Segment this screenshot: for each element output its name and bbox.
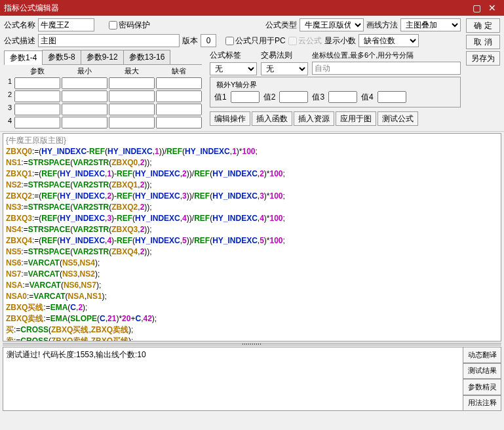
- formulatag-label: 公式标签: [210, 50, 257, 61]
- param-input[interactable]: [109, 117, 155, 128]
- v3-label: 值3: [312, 92, 324, 103]
- extray-label: 额外Y轴分界: [214, 80, 259, 90]
- status-area: 测试通过! 代码长度:1553,输出线个数:10: [3, 347, 463, 411]
- param-input[interactable]: [14, 117, 60, 128]
- param-hd-max: 最大: [109, 66, 155, 76]
- param-panel: 参数1-4 参数5-8 参数9-12 参数13-16 参数最小最大缺省 1 2 …: [4, 50, 202, 128]
- drawmethod-label: 画线方法: [366, 20, 398, 31]
- test-button[interactable]: 测试公式: [378, 111, 418, 126]
- param-input[interactable]: [109, 77, 155, 89]
- v4-label: 值4: [361, 92, 374, 103]
- usage-button[interactable]: 用法注释: [463, 395, 501, 412]
- ok-button[interactable]: 确 定: [466, 18, 500, 33]
- v1-label: 值1: [214, 92, 227, 103]
- param-input[interactable]: [156, 77, 202, 89]
- tab-params-9-12[interactable]: 参数9-12: [81, 50, 124, 64]
- param-input[interactable]: [62, 104, 107, 115]
- paramwiz-button[interactable]: 参数精灵: [463, 379, 501, 395]
- version-label: 版本: [182, 35, 198, 47]
- param-input[interactable]: [156, 104, 202, 115]
- testres-button[interactable]: 测试结果: [463, 363, 501, 380]
- v2-label: 值2: [263, 92, 276, 103]
- dyntrans-button[interactable]: 动态翻译: [463, 347, 501, 363]
- desc-label: 公式描述: [4, 35, 35, 47]
- insfunc-button[interactable]: 插入函数: [252, 111, 292, 126]
- param-input[interactable]: [62, 117, 107, 128]
- cloud-label: 云公式: [298, 35, 322, 47]
- apply-button[interactable]: 应用于图: [336, 111, 376, 126]
- type-label: 公式类型: [265, 20, 297, 31]
- cancel-button[interactable]: 取 消: [466, 35, 500, 49]
- param-input[interactable]: [109, 90, 155, 102]
- titlebar: 指标公式编辑器 ▢ ✕: [0, 0, 504, 16]
- param-input[interactable]: [62, 77, 107, 89]
- param-input[interactable]: [62, 90, 107, 102]
- v4-input[interactable]: [378, 91, 406, 103]
- tab-params-5-8[interactable]: 参数5-8: [42, 50, 81, 64]
- pwd-label: 密码保护: [119, 20, 150, 31]
- cloud-checkbox: [288, 37, 297, 45]
- param-hd-name: 参数: [14, 66, 60, 76]
- tradelaw-label: 交易法则: [261, 50, 308, 61]
- splitter[interactable]: [3, 343, 501, 345]
- desc-input[interactable]: [38, 34, 180, 47]
- showdec-label: 显示小数: [324, 35, 356, 47]
- param-hd-def: 缺省: [156, 66, 202, 76]
- param-input[interactable]: [14, 77, 60, 89]
- drawmethod-select[interactable]: 主图叠加: [400, 18, 461, 31]
- pwd-checkbox[interactable]: [109, 21, 117, 29]
- param-input[interactable]: [109, 104, 155, 115]
- type-select[interactable]: 牛魔王原版优化: [300, 18, 364, 31]
- coord-hint: 坐标线位置,最多6个,用分号分隔: [312, 50, 461, 60]
- tab-params-13-16[interactable]: 参数13-16: [123, 50, 171, 64]
- tab-params-1-4[interactable]: 参数1-4: [4, 50, 43, 65]
- tag-select[interactable]: 无: [210, 62, 257, 75]
- name-input[interactable]: [38, 18, 94, 31]
- saveas-button[interactable]: 另存为: [466, 51, 500, 66]
- param-hd-min: 最小: [62, 66, 107, 76]
- close-icon[interactable]: ✕: [484, 3, 500, 13]
- top-panel: 公式名称 密码保护 公式类型 牛魔王原版优化 画线方法 主图叠加 公式描述 版本…: [0, 16, 504, 132]
- param-input[interactable]: [156, 90, 202, 102]
- extra-y-fieldset: 额外Y轴分界 值1 值2 值3 值4: [210, 77, 461, 108]
- param-tabs: 参数1-4 参数5-8 参数9-12 参数13-16: [4, 50, 202, 65]
- code-editor[interactable]: {牛魔王原版主图} ZBXQ0:=(HY_INDEXC-REF(HY_INDEX…: [3, 133, 501, 342]
- v1-input[interactable]: [231, 91, 260, 103]
- param-input[interactable]: [14, 90, 60, 102]
- v3-input[interactable]: [328, 91, 357, 103]
- defpos-select[interactable]: 缺省位数: [359, 34, 419, 47]
- param-input[interactable]: [156, 117, 202, 128]
- editop-button[interactable]: 编辑操作: [210, 111, 250, 126]
- name-label: 公式名称: [4, 20, 35, 31]
- coord-input[interactable]: [312, 62, 461, 75]
- pconly-label: 公式只用于PC: [235, 35, 286, 47]
- tradelaw-select[interactable]: 无: [261, 62, 308, 75]
- version-input[interactable]: [201, 34, 216, 47]
- window-title: 指标公式编辑器: [4, 3, 469, 14]
- v2-input[interactable]: [279, 91, 308, 103]
- status-msg: 测试通过! 代码长度:1553,输出线个数:10: [7, 350, 146, 359]
- minimize-icon[interactable]: ▢: [469, 3, 484, 13]
- pconly-checkbox[interactable]: [225, 37, 234, 45]
- param-input[interactable]: [14, 104, 60, 115]
- insres-button[interactable]: 插入资源: [294, 111, 334, 126]
